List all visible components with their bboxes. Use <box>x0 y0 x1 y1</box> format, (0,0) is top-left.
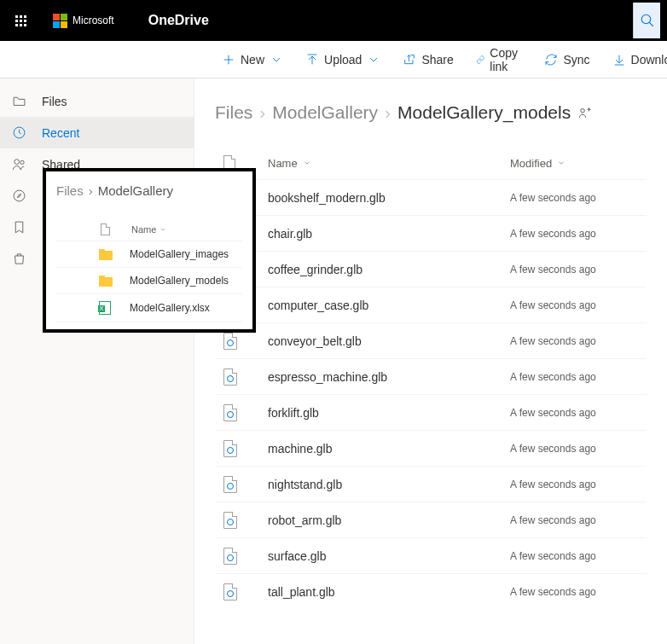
table-header: Name Modified <box>215 147 647 179</box>
chevron-down-icon <box>367 53 380 67</box>
file-modified: A few seconds ago <box>510 550 647 562</box>
file-name[interactable]: forklift.glb <box>268 406 510 420</box>
file-name[interactable]: conveyor_belt.glb <box>268 334 510 348</box>
upload-icon <box>305 53 319 67</box>
folder-icon <box>99 276 111 287</box>
inset-table-header: Name <box>56 215 242 241</box>
sidebar-item-recent[interactable]: Recent <box>0 117 194 148</box>
file-name[interactable]: robot_arm.glb <box>268 513 510 527</box>
search-icon <box>640 13 655 28</box>
file-modified: A few seconds ago <box>510 479 647 490</box>
folder-icon <box>99 249 111 260</box>
breadcrumb: Files › ModelGallery › ModelGallery_mode… <box>215 102 647 123</box>
chevron-down-icon <box>303 159 311 167</box>
svg-point-10 <box>14 160 20 165</box>
waffle-icon <box>15 15 26 26</box>
table-row[interactable]: coffee_grinder.glbA few seconds ago <box>215 251 647 287</box>
file-modified: A few seconds ago <box>510 264 647 276</box>
table-row[interactable]: robot_arm.glbA few seconds ago <box>215 502 647 537</box>
file-modified: A few seconds ago <box>510 586 647 598</box>
copy-link-button[interactable]: Copy link <box>467 46 531 73</box>
company-name: Microsoft <box>72 15 114 26</box>
file-modified: A few seconds ago <box>510 335 647 347</box>
file-name[interactable]: coffee_grinder.glb <box>268 263 510 276</box>
sync-icon <box>544 53 558 67</box>
file-modified: A few seconds ago <box>510 443 647 455</box>
file-name[interactable]: chair.glb <box>268 227 510 241</box>
breadcrumb-mid[interactable]: ModelGallery <box>272 102 378 123</box>
column-header-name[interactable]: Name <box>268 157 510 170</box>
glb-file-icon <box>223 333 237 350</box>
inset-col-name[interactable]: Name <box>131 224 166 235</box>
glb-file-icon <box>223 548 237 565</box>
glb-file-icon <box>223 512 237 529</box>
file-modified: A few seconds ago <box>510 371 647 383</box>
file-name[interactable]: nightstand.glb <box>268 478 510 491</box>
share-folder-icon[interactable] <box>577 105 593 120</box>
table-row[interactable]: chair.glbA few seconds ago <box>215 215 647 251</box>
file-name[interactable]: bookshelf_modern.glb <box>268 191 510 205</box>
chevron-down-icon <box>160 226 166 233</box>
share-label: Share <box>421 53 453 67</box>
microsoft-logo-icon <box>53 14 67 28</box>
bookmark-icon <box>12 220 26 235</box>
sidebar-item-label: Recent <box>42 126 79 140</box>
svg-point-14 <box>581 109 585 113</box>
file-name[interactable]: computer_case.glb <box>268 299 510 312</box>
new-button[interactable]: New <box>213 46 292 73</box>
table-row[interactable]: surface.glbA few seconds ago <box>215 537 647 573</box>
app-name: OneDrive <box>148 13 209 28</box>
inset-preview-panel: Files › ModelGallery Name ModelGallery_i… <box>43 168 256 333</box>
item-name: ModelGallery_models <box>130 275 229 287</box>
trash-icon <box>12 252 26 266</box>
list-item[interactable]: ModelGallery.xlsx <box>56 294 242 322</box>
chevron-right-icon: › <box>89 183 93 198</box>
share-button[interactable]: Share <box>394 46 461 73</box>
sync-button[interactable]: Sync <box>536 46 598 73</box>
excel-file-icon <box>99 301 111 315</box>
table-row[interactable]: computer_case.glbA few seconds ago <box>215 287 647 322</box>
file-name[interactable]: espresso_machine.glb <box>268 370 510 384</box>
file-modified: A few seconds ago <box>510 192 647 204</box>
sidebar: Files Recent Shared <box>0 78 194 644</box>
file-type-icon <box>101 223 110 235</box>
list-item[interactable]: ModelGallery_models <box>56 268 242 294</box>
file-modified: A few seconds ago <box>510 514 647 526</box>
list-item[interactable]: ModelGallery_images <box>56 241 242 268</box>
file-modified: A few seconds ago <box>510 228 647 240</box>
file-name[interactable]: tall_plant.glb <box>268 585 510 599</box>
chevron-down-icon <box>557 159 566 167</box>
table-row[interactable]: nightstand.glbA few seconds ago <box>215 466 647 502</box>
file-modified: A few seconds ago <box>510 299 647 311</box>
download-button[interactable]: Download <box>604 46 667 73</box>
inset-crumb-root[interactable]: Files <box>56 183 84 198</box>
breadcrumb-root[interactable]: Files <box>215 102 252 123</box>
table-row[interactable]: tall_plant.glbA few seconds ago <box>215 573 647 609</box>
column-header-modified[interactable]: Modified <box>510 157 647 170</box>
chevron-right-icon: › <box>385 102 391 123</box>
item-name: ModelGallery.xlsx <box>130 302 210 314</box>
svg-marker-13 <box>17 194 20 197</box>
inset-crumb-current: ModelGallery <box>98 183 173 198</box>
sidebar-item-files[interactable]: Files <box>0 85 194 117</box>
table-row[interactable]: espresso_machine.glbA few seconds ago <box>215 358 647 394</box>
glb-file-icon <box>223 583 237 600</box>
table-row[interactable]: machine.glbA few seconds ago <box>215 430 647 466</box>
app-launcher-button[interactable] <box>7 7 34 34</box>
main-content: Files › ModelGallery › ModelGallery_mode… <box>194 78 667 644</box>
file-name[interactable]: machine.glb <box>268 442 510 455</box>
top-bar: Microsoft OneDrive <box>0 0 667 41</box>
table-row[interactable]: conveyor_belt.glbA few seconds ago <box>215 322 647 358</box>
glb-file-icon <box>223 440 237 457</box>
search-button[interactable] <box>633 3 660 38</box>
file-name[interactable]: surface.glb <box>268 549 510 563</box>
brand: Microsoft <box>53 14 114 28</box>
plus-icon <box>222 53 235 67</box>
share-icon <box>403 53 416 67</box>
glb-file-icon <box>223 368 237 386</box>
command-bar: New Upload Share Copy link Sync Download <box>0 41 667 78</box>
table-row[interactable]: forklift.glbA few seconds ago <box>215 394 647 430</box>
upload-button[interactable]: Upload <box>297 46 389 73</box>
copy-link-label: Copy link <box>490 46 522 73</box>
table-row[interactable]: bookshelf_modern.glbA few seconds ago <box>215 179 647 215</box>
